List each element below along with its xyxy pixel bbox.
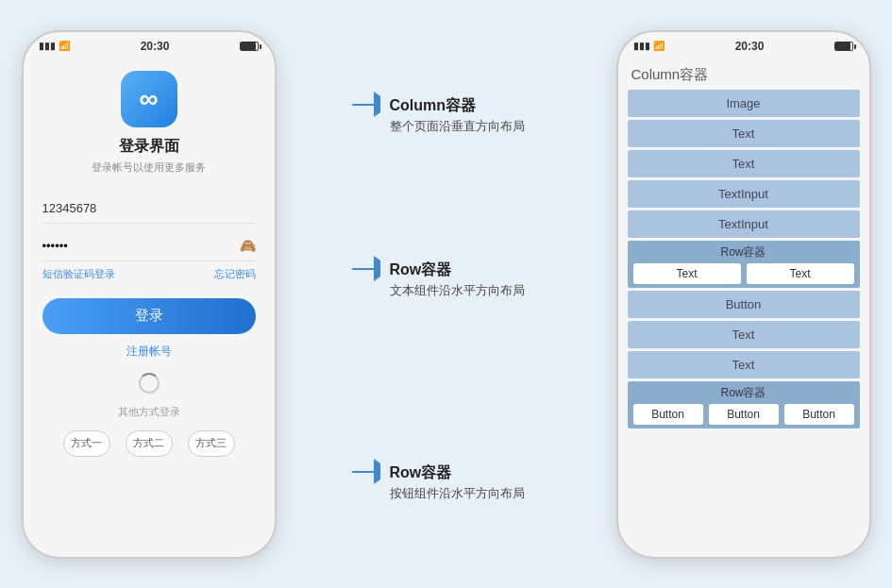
left-battery	[240, 42, 259, 51]
row-1-text-1: Text	[633, 263, 741, 284]
login-button[interactable]: 登录	[42, 298, 256, 334]
app-icon-symbol: ∞	[140, 84, 159, 114]
row-annotation-1-desc: 文本组件沿水平方向布局	[390, 282, 525, 299]
row-1-items: Text Text	[633, 263, 854, 284]
row-annotation-1-text: Row容器 文本组件沿水平方向布局	[390, 260, 525, 299]
annotation-line-1	[352, 96, 380, 113]
right-signal-icons: ▮▮▮ 📶	[633, 41, 665, 51]
register-link[interactable]: 注册帐号	[126, 344, 172, 360]
text-component-4: Text	[628, 351, 860, 378]
row-container-2: Row容器 Button Button Button	[628, 381, 860, 428]
row-1-text-2: Text	[747, 263, 854, 284]
method-1-button[interactable]: 方式一	[63, 430, 110, 457]
row-2-button-1: Button	[633, 404, 703, 425]
row-annotation-2-desc: 按钮组件沿水平方向布局	[390, 485, 525, 502]
textinput-component-2: TextInput	[628, 210, 860, 238]
row-annotation-2-title: Row容器	[390, 463, 525, 483]
sms-login-link[interactable]: 短信验证码登录	[42, 267, 115, 281]
column-annotation-desc: 整个页面沿垂直方向布局	[390, 118, 525, 135]
annotation-line-3	[352, 463, 380, 480]
row-container-1-label: Row容器	[633, 244, 854, 260]
row-annotation-1-title: Row容器	[390, 260, 525, 280]
row-container-1: Row容器 Text Text	[628, 241, 860, 288]
column-annotation-text: Column容器 整个页面沿垂直方向布局	[390, 96, 525, 135]
row-container-2-label: Row容器	[633, 385, 854, 401]
username-input[interactable]	[42, 193, 256, 224]
password-row: 🙈	[42, 231, 256, 261]
login-subtitle: 登录帐号以使用更多服务	[92, 160, 206, 175]
method-2-button[interactable]: 方式二	[126, 430, 173, 457]
method-buttons-row: 方式一 方式二 方式三	[63, 430, 235, 457]
right-battery	[834, 42, 853, 51]
row-annotation-2-text: Row容器 按钮组件沿水平方向布局	[390, 463, 525, 502]
right-phone-content: Column容器 Image Text Text TextInput TextI…	[618, 57, 869, 441]
left-status-bar: ▮▮▮ 📶 20:30	[24, 32, 275, 57]
link-row: 短信验证码登录 忘记密码	[42, 267, 256, 281]
row-2-button-3: Button	[784, 404, 854, 425]
right-signal-bars-icon: ▮▮▮	[633, 41, 650, 51]
eye-icon[interactable]: 🙈	[240, 238, 256, 253]
column-annotation-title: Column容器	[390, 96, 525, 116]
annotations-panel: Column容器 整个页面沿垂直方向布局 Row容器 文本组件沿水平方向布局 R…	[352, 68, 541, 521]
row-2-items: Button Button Button	[633, 404, 854, 425]
login-title: 登录界面	[119, 137, 179, 157]
left-phone-content: ∞ 登录界面 登录帐号以使用更多服务 🙈 短信验证码登录 忘记密码 登录 注册帐…	[24, 57, 275, 476]
loading-spinner	[139, 373, 160, 394]
text-component-2: Text	[628, 150, 860, 177]
left-phone: ▮▮▮ 📶 20:30 ∞ 登录界面 登录帐号以使用更多服务 🙈 短信验证码登录…	[22, 30, 277, 559]
textinput-component-1: TextInput	[628, 180, 860, 208]
text-component-3: Text	[628, 321, 860, 348]
column-annotation: Column容器 整个页面沿垂直方向布局	[352, 96, 541, 135]
image-component: Image	[628, 90, 860, 117]
method-3-button[interactable]: 方式三	[188, 430, 235, 457]
other-login-label: 其他方式登录	[118, 405, 180, 419]
app-icon: ∞	[121, 71, 177, 127]
right-phone: ▮▮▮ 📶 20:30 Column容器 Image Text Text Tex…	[616, 30, 871, 559]
left-time: 20:30	[141, 40, 170, 53]
button-component: Button	[628, 291, 860, 318]
annotation-line-2	[352, 260, 380, 277]
row-annotation-1: Row容器 文本组件沿水平方向布局	[352, 260, 541, 299]
text-component-1: Text	[628, 120, 860, 147]
row-2-button-2: Button	[709, 404, 779, 425]
right-status-bar: ▮▮▮ 📶 20:30	[618, 32, 869, 57]
wifi-icon: 📶	[59, 41, 70, 51]
right-time: 20:30	[735, 40, 765, 53]
main-container: ▮▮▮ 📶 20:30 ∞ 登录界面 登录帐号以使用更多服务 🙈 短信验证码登录…	[12, 16, 881, 573]
column-container-label: Column容器	[628, 60, 860, 90]
password-input[interactable]	[42, 231, 240, 260]
row-annotation-2: Row容器 按钮组件沿水平方向布局	[352, 463, 541, 502]
forgot-password-link[interactable]: 忘记密码	[214, 267, 256, 281]
right-wifi-icon: 📶	[653, 41, 665, 51]
signal-bars-icon: ▮▮▮	[39, 41, 56, 51]
left-signal-icons: ▮▮▮ 📶	[39, 41, 70, 51]
